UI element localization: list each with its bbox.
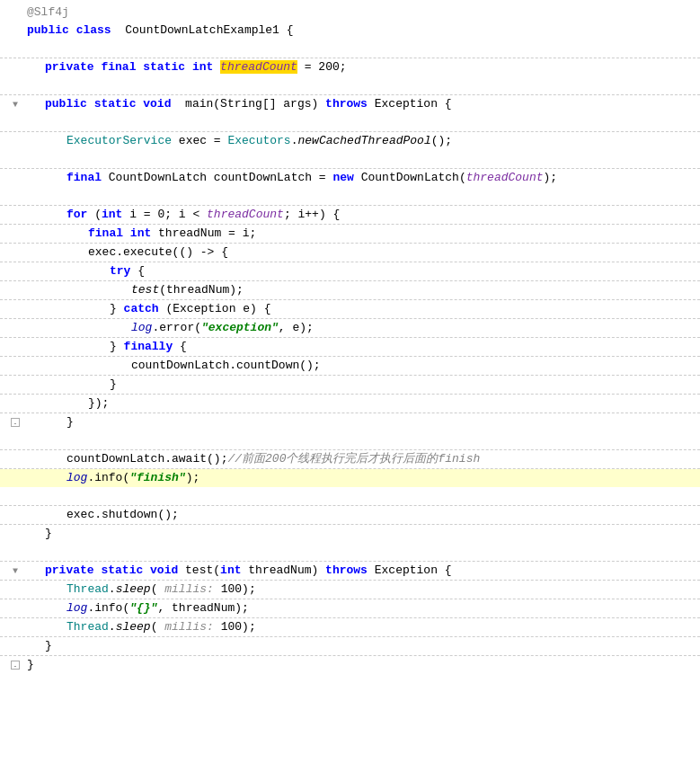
param-millis1: millis: xyxy=(157,582,213,596)
test-method-decl: test( xyxy=(178,563,220,577)
line-content-30 xyxy=(23,543,700,561)
exec-execute: exec.execute(() -> { xyxy=(88,245,228,259)
line-content-16: test(threadNum); xyxy=(23,281,700,299)
cdl-close: ); xyxy=(544,171,558,184)
close-class: } xyxy=(27,658,34,671)
millis-val2: 100); xyxy=(214,620,256,634)
line-content-33: log.info("{}", threadNum); xyxy=(23,599,700,617)
line-content-9 xyxy=(23,150,700,168)
line-content-14: exec.execute(() -> { xyxy=(23,244,700,262)
annotation-slf4j: @Slf4j xyxy=(27,5,69,19)
line-content-15: try { xyxy=(23,262,700,280)
code-line-9 xyxy=(0,150,700,168)
kw-static: static xyxy=(143,60,185,74)
kw-final: final xyxy=(101,60,136,74)
kw-for: for xyxy=(66,208,87,221)
dot-sleep1: . xyxy=(109,582,116,596)
method-sleep2: sleep( xyxy=(116,620,158,634)
equals-200: = 200; xyxy=(297,60,347,74)
line-content-8: ExecutorService exec = Executors.newCach… xyxy=(23,132,700,150)
kw-int3: int xyxy=(130,226,151,240)
fold-icon-36[interactable]: - xyxy=(11,661,20,670)
millis-val1: 100); xyxy=(214,582,256,596)
kw-int2: int xyxy=(102,208,122,221)
cdl-type: CountDownLatch countDownLatch = xyxy=(102,171,332,184)
code-line-22: }); xyxy=(0,395,700,413)
line-content-23: } xyxy=(23,413,700,431)
kw-static2: static xyxy=(94,97,137,111)
line-content-13: final int threadNum = i; xyxy=(23,225,700,243)
code-line-35: } xyxy=(0,637,700,655)
string-finish: "finish" xyxy=(129,471,185,484)
exception2: Exception { xyxy=(368,563,452,577)
param-millis2: millis: xyxy=(157,620,213,634)
close-brace-finally: } xyxy=(110,340,124,353)
line-content-24 xyxy=(23,431,700,449)
line-content-10: final CountDownLatch countDownLatch = ne… xyxy=(23,169,700,187)
code-line-28: exec.shutdown(); xyxy=(0,506,700,524)
class-name: CountDownLatchExample1 { xyxy=(118,23,293,37)
kw-int4: int xyxy=(220,563,241,577)
line-content-3 xyxy=(23,40,700,58)
line-content-17: } catch (Exception e) { xyxy=(23,300,700,318)
code-line-19: } finally { xyxy=(0,338,700,356)
close-lambda: }); xyxy=(88,396,109,410)
gutter-23: - xyxy=(7,418,23,427)
cdl-new: CountDownLatch( xyxy=(354,171,466,184)
var-threadcount2: threadCount xyxy=(466,171,544,184)
finally-open: { xyxy=(173,340,187,353)
code-line-14: exec.execute(() -> { xyxy=(0,244,700,262)
kw-final3: final xyxy=(88,226,123,240)
line-content-18: log.error("exception", e); xyxy=(23,319,700,337)
code-line-29: } xyxy=(0,525,700,543)
kw-new: new xyxy=(332,171,353,184)
code-line-30 xyxy=(0,543,700,561)
comment-await: //前面200个线程执行完后才执行后面的finish xyxy=(227,452,480,466)
code-line-4: private final static int threadCount = 2… xyxy=(0,58,700,76)
method-test: test(threadNum); xyxy=(131,283,244,297)
code-line-6: ▼ public static void main(String[] args)… xyxy=(0,95,700,113)
line-content-25: countDownLatch.await();//前面200个线程执行完后才执行… xyxy=(23,450,700,468)
code-line-20: countDownLatch.countDown(); xyxy=(0,357,700,375)
code-line-36: - } xyxy=(0,656,700,674)
code-line-8: ExecutorService exec = Executors.newCach… xyxy=(0,132,700,150)
dot-error: .error( xyxy=(152,321,201,334)
line-content-26: log.info("finish"); xyxy=(23,469,700,487)
kw-public: public xyxy=(27,23,69,37)
close-info: ); xyxy=(186,471,200,484)
threadnum-assign: threadNum = i; xyxy=(151,226,256,240)
arrow-down-icon-31: ▼ xyxy=(13,566,18,576)
code-line-2: public class CountDownLatchExample1 { xyxy=(0,22,700,40)
line-content-27 xyxy=(23,487,700,505)
semi1: ; xyxy=(445,134,452,147)
code-line-21: } xyxy=(0,376,700,394)
line-content-31: private static void test(int threadNum) … xyxy=(23,562,700,580)
kw-void2: void xyxy=(150,563,178,577)
dot-sleep2: . xyxy=(109,620,116,634)
catch-exception: (Exception e) { xyxy=(159,302,271,315)
close-brace-catch: } xyxy=(110,302,124,315)
code-line-27 xyxy=(0,487,700,505)
line-content-28: exec.shutdown(); xyxy=(23,506,700,524)
kw-catch: catch xyxy=(124,302,159,315)
code-line-16: test(threadNum); xyxy=(0,281,700,299)
line-content-5 xyxy=(23,76,700,94)
string-placeholder: "{}" xyxy=(129,601,157,615)
line-content-32: Thread.sleep( millis: 100); xyxy=(23,581,700,599)
line-content-22: }); xyxy=(23,395,700,413)
code-line-24 xyxy=(0,431,700,449)
line-content-7 xyxy=(23,113,700,131)
exec-shutdown: exec.shutdown(); xyxy=(66,508,179,521)
kw-static3: static xyxy=(101,563,143,577)
fold-icon-23[interactable]: - xyxy=(11,418,20,427)
code-line-3 xyxy=(0,40,700,58)
kw-void: void xyxy=(143,97,171,111)
kw-try: try xyxy=(110,264,130,278)
line-content-35: } xyxy=(23,637,700,655)
type-thread1: Thread xyxy=(66,582,109,596)
code-line-26: log.info("finish"); xyxy=(0,469,700,487)
try-open: { xyxy=(130,264,145,278)
type-executors: Executors xyxy=(227,134,290,147)
kw-private: private xyxy=(45,60,94,74)
close-main: } xyxy=(45,527,52,540)
